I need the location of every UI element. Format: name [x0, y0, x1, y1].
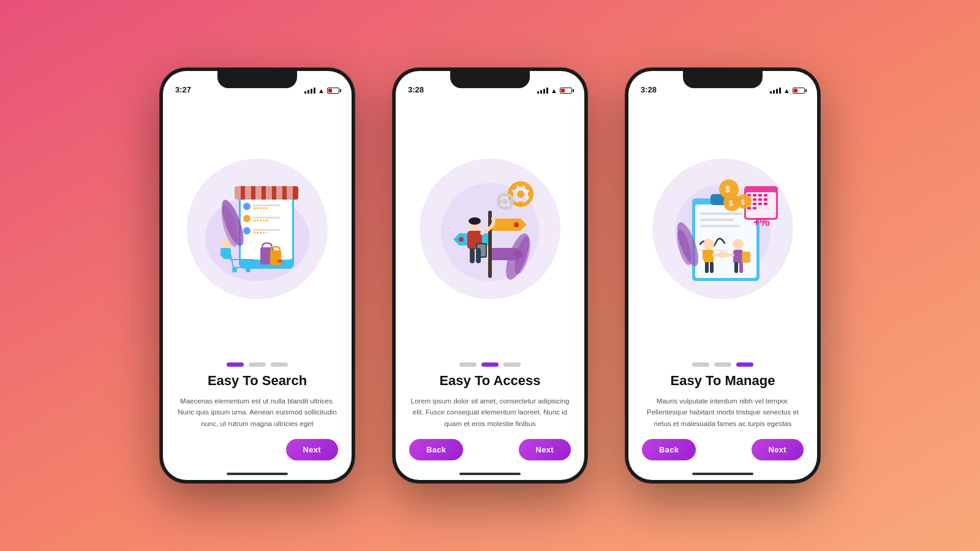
dot-3-3: [736, 362, 753, 367]
manage-illustration: $ $ $ +%: [658, 165, 787, 293]
bottom-bar-2: [459, 473, 521, 475]
svg-point-45: [514, 222, 519, 227]
status-time-2: 3:28: [408, 85, 424, 94]
screen-desc-2: Lorem ipsum dolor sit amet, consectetur …: [409, 395, 571, 429]
wifi-icon-3: ▲: [783, 87, 790, 94]
svg-rect-33: [518, 201, 523, 206]
screen-title-2: Easy To Access: [409, 373, 571, 389]
svg-rect-69: [758, 194, 762, 197]
svg-rect-40: [503, 193, 507, 197]
svg-rect-6: [255, 186, 262, 200]
svg-point-46: [459, 237, 464, 242]
phone-1: 3:27 ▲: [159, 67, 355, 484]
svg-rect-5: [245, 186, 251, 200]
svg-rect-26: [221, 248, 224, 257]
svg-rect-4: [235, 186, 241, 200]
svg-rect-44: [488, 211, 492, 278]
phone-2: 3:28 ▲: [392, 67, 588, 484]
content-area-1: Easy To Search Maecenas elementum est ut…: [163, 373, 352, 473]
svg-rect-76: [753, 203, 756, 205]
status-time-3: 3:28: [641, 85, 657, 94]
svg-text:$: $: [741, 198, 745, 206]
notch-2: [450, 71, 530, 88]
battery-icon-1: [327, 88, 339, 94]
svg-rect-77: [758, 203, 762, 205]
svg-rect-41: [503, 206, 507, 210]
svg-rect-92: [705, 262, 709, 273]
svg-rect-9: [287, 186, 293, 200]
svg-rect-35: [528, 192, 533, 197]
svg-rect-98: [734, 262, 738, 273]
notch-1: [217, 71, 297, 88]
screen-desc-1: Maecenas elementum est ut nulla blandit …: [176, 395, 338, 429]
pagination-1: [163, 354, 352, 373]
svg-rect-53: [470, 248, 475, 263]
svg-rect-80: [753, 207, 756, 209]
svg-rect-93: [710, 262, 714, 273]
illustration-circle-3: $ $ $ +%: [652, 159, 793, 299]
next-button-3[interactable]: Next: [752, 439, 804, 460]
dot-3-1: [692, 362, 709, 367]
svg-rect-74: [764, 198, 767, 201]
phone-3: 3:28 ▲: [625, 67, 821, 484]
content-area-2: Easy To Access Lorem ipsum dolor sit ame…: [396, 373, 584, 473]
screen-title-3: Easy To Manage: [642, 373, 804, 389]
next-button-2[interactable]: Next: [519, 439, 571, 460]
buttons-row-1: Next: [176, 439, 338, 460]
status-icons-1: ▲: [304, 87, 339, 94]
status-time-1: 3:27: [175, 85, 191, 94]
svg-rect-72: [753, 198, 756, 201]
svg-rect-99: [739, 262, 743, 273]
svg-rect-8: [276, 186, 282, 200]
back-button-3[interactable]: Back: [642, 439, 696, 460]
svg-rect-54: [476, 248, 481, 263]
illustration-circle-2: [420, 159, 560, 299]
dot-1-1: [227, 362, 244, 367]
svg-rect-70: [764, 194, 767, 197]
illustration-area-1: ★★★★★ ★★★★★ ★★★★☆: [163, 98, 352, 354]
next-button-1[interactable]: Next: [286, 439, 338, 460]
illustration-circle-1: ★★★★★ ★★★★★ ★★★★☆: [187, 159, 328, 299]
svg-point-13: [243, 215, 251, 222]
svg-rect-43: [509, 200, 513, 203]
svg-rect-20: [270, 250, 281, 265]
svg-rect-32: [518, 182, 523, 187]
svg-rect-63: [700, 225, 740, 227]
svg-point-23: [246, 268, 251, 272]
svg-point-94: [733, 239, 744, 250]
svg-rect-7: [266, 186, 272, 200]
back-button-2[interactable]: Back: [409, 439, 463, 460]
svg-text:$: $: [729, 199, 733, 208]
pagination-2: [396, 354, 584, 373]
bottom-bar-1: [227, 473, 288, 475]
svg-rect-97: [742, 252, 750, 263]
signal-icon-2: [537, 88, 548, 94]
svg-rect-78: [764, 203, 767, 205]
dot-1-2: [249, 362, 266, 367]
dot-2-3: [503, 362, 521, 367]
svg-rect-25: [222, 248, 231, 259]
dot-1-3: [271, 362, 288, 367]
signal-icon-1: [304, 88, 315, 94]
svg-rect-73: [758, 198, 762, 201]
battery-icon-3: [793, 88, 805, 94]
svg-point-49: [469, 217, 481, 225]
svg-rect-61: [700, 212, 743, 215]
buttons-row-2: Back Next: [409, 439, 571, 460]
svg-text:★★★★☆: ★★★★☆: [253, 231, 268, 234]
svg-text:+%: +%: [753, 216, 770, 228]
svg-rect-62: [700, 219, 734, 221]
svg-text:★★★★★: ★★★★★: [253, 219, 268, 222]
battery-icon-2: [560, 88, 572, 94]
svg-point-16: [243, 227, 251, 234]
wifi-icon-2: ▲: [551, 87, 557, 94]
status-icons-2: ▲: [537, 87, 572, 94]
svg-point-31: [517, 190, 524, 198]
content-area-3: Easy To Manage Mauris vulputate interdum…: [628, 373, 817, 473]
wifi-icon-1: ▲: [318, 87, 325, 94]
buttons-row-3: Back Next: [642, 439, 804, 460]
svg-point-10: [243, 203, 251, 210]
status-icons-3: ▲: [770, 87, 805, 94]
svg-rect-42: [498, 200, 502, 203]
svg-rect-21: [277, 260, 282, 263]
